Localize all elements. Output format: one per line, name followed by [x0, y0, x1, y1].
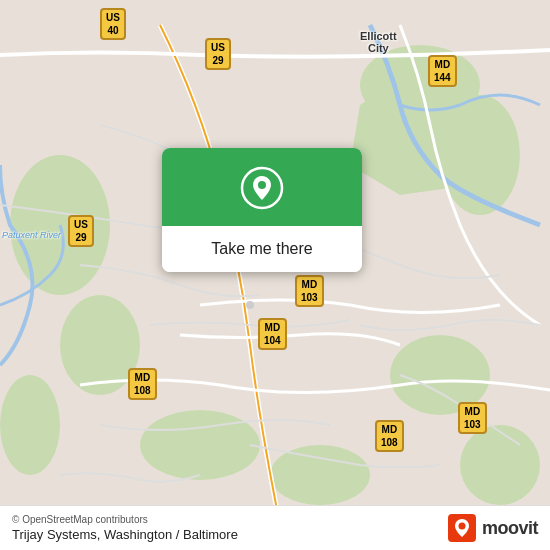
moovit-logo: moovit: [448, 514, 538, 542]
bottom-left: © OpenStreetMap contributors Trijay Syst…: [12, 514, 238, 542]
svg-point-15: [258, 181, 266, 189]
location-pin-icon: [240, 166, 284, 210]
bottom-bar: © OpenStreetMap contributors Trijay Syst…: [0, 505, 550, 550]
take-me-there-button[interactable]: Take me there: [162, 226, 362, 272]
moovit-brand-text: moovit: [482, 518, 538, 539]
popup-card: Take me there: [162, 148, 362, 272]
svg-point-17: [458, 523, 465, 530]
road-badge-md108-right: MD108: [375, 420, 404, 452]
road-badge-md144: MD144: [428, 55, 457, 87]
svg-point-9: [460, 425, 540, 505]
patuxent-river-label: Patuxent River: [2, 230, 61, 240]
road-badge-md104: MD104: [258, 318, 287, 350]
svg-point-7: [140, 410, 260, 480]
road-badge-md103-bot: MD103: [458, 402, 487, 434]
osm-attribution: © OpenStreetMap contributors: [12, 514, 238, 525]
road-badge-us40: US40: [100, 8, 126, 40]
road-badge-md103: MD103: [295, 275, 324, 307]
svg-point-12: [246, 301, 254, 309]
moovit-brand-icon: [448, 514, 476, 542]
svg-point-6: [0, 375, 60, 475]
company-info: Trijay Systems, Washington / Baltimore: [12, 527, 238, 542]
popup-green-area: [162, 148, 362, 226]
road-badge-us29-top: US29: [205, 38, 231, 70]
road-badge-md108-left: MD108: [128, 368, 157, 400]
svg-point-10: [270, 445, 370, 505]
map-container: US40 US29 MD144 US29 MD103 MD104 MD108 M…: [0, 0, 550, 550]
road-badge-us29-mid: US29: [68, 215, 94, 247]
ellicott-city-label: EllicottCity: [360, 30, 397, 54]
